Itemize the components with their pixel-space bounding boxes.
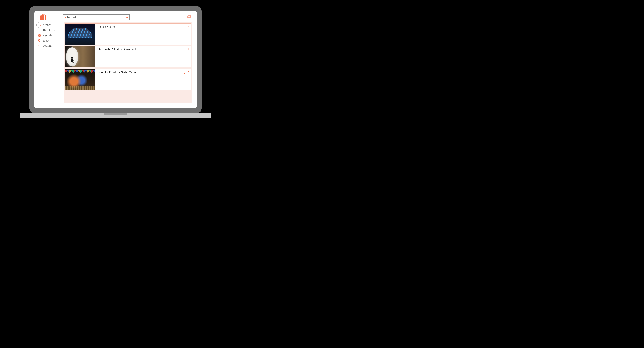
sidebar-item-map[interactable]: map bbox=[36, 38, 64, 43]
search-box[interactable]: ⌕ ↩ bbox=[63, 14, 130, 20]
svg-rect-3 bbox=[45, 15, 46, 20]
search-input[interactable] bbox=[67, 15, 124, 19]
bookmark-icon[interactable] bbox=[184, 70, 186, 73]
lantern-text: 二代目楽天地 bbox=[70, 55, 74, 58]
add-icon[interactable]: + bbox=[188, 70, 189, 73]
app-logo bbox=[40, 14, 58, 21]
add-icon[interactable]: + bbox=[188, 25, 189, 28]
svg-rect-8 bbox=[39, 35, 40, 36]
plane-icon: ✈ bbox=[38, 29, 42, 32]
content-area: ⌕ search ✈ flight info agenda bbox=[34, 22, 197, 108]
result-actions: + bbox=[184, 70, 189, 73]
search-icon: ⌕ bbox=[64, 16, 66, 18]
svg-rect-1 bbox=[40, 15, 42, 20]
result-body: Hakata Station bbox=[95, 23, 191, 45]
result-actions: + bbox=[184, 48, 189, 51]
enter-icon[interactable]: ↩ bbox=[126, 16, 128, 19]
search-icon: ⌕ bbox=[38, 24, 42, 26]
result-card[interactable]: 二代目楽天地 Motsunabe Nidaime Rakutenchi + bbox=[65, 46, 191, 67]
result-actions: + bbox=[184, 25, 189, 28]
result-thumbnail bbox=[65, 23, 95, 45]
add-icon[interactable]: + bbox=[188, 48, 189, 51]
bookmark-icon[interactable] bbox=[184, 48, 186, 51]
result-title: Fukuoka Freedom Night Market bbox=[97, 70, 189, 74]
header: ⌕ ↩ bbox=[34, 11, 197, 22]
sidebar: ⌕ search ✈ flight info agenda bbox=[36, 22, 64, 103]
sidebar-item-setting[interactable]: setting bbox=[36, 43, 64, 48]
sidebar-item-label: search bbox=[43, 23, 52, 27]
sidebar-item-label: agenda bbox=[43, 33, 52, 37]
sidebar-item-flight-info[interactable]: ✈ flight info bbox=[36, 28, 64, 33]
svg-rect-7 bbox=[39, 35, 40, 35]
sidebar-item-label: map bbox=[43, 38, 48, 42]
profile-icon[interactable] bbox=[187, 15, 192, 20]
lantern-graphic: 二代目楽天地 bbox=[66, 47, 78, 66]
sidebar-item-label: setting bbox=[43, 44, 52, 47]
svg-point-5 bbox=[188, 16, 190, 17]
app-window: ⌕ ↩ ⌕ search ✈ f bbox=[34, 11, 197, 108]
sidebar-item-agenda[interactable]: agenda bbox=[36, 33, 64, 38]
result-thumbnail: 二代目楽天地 bbox=[65, 46, 95, 67]
laptop-frame: ⌕ ↩ ⌕ search ✈ f bbox=[30, 6, 202, 113]
sidebar-item-label: flight info bbox=[43, 28, 56, 32]
results-panel: Hakata Station + 二代目楽天地 Motsunabe Nida bbox=[64, 22, 192, 103]
svg-rect-9 bbox=[39, 36, 40, 36]
svg-rect-0 bbox=[42, 14, 44, 15]
suitcase-icon bbox=[40, 14, 47, 21]
svg-point-10 bbox=[39, 40, 40, 41]
agenda-icon bbox=[38, 34, 42, 37]
map-pin-icon bbox=[38, 39, 42, 42]
result-body: Fukuoka Freedom Night Market bbox=[95, 69, 191, 90]
result-thumbnail bbox=[65, 69, 95, 90]
sidebar-item-search[interactable]: ⌕ search bbox=[36, 22, 64, 28]
result-card[interactable]: Hakata Station + bbox=[65, 23, 191, 45]
laptop-trackpad-notch bbox=[104, 113, 127, 115]
result-body: Motsunabe Nidaime Rakutenchi bbox=[95, 46, 191, 67]
result-card[interactable]: Fukuoka Freedom Night Market + bbox=[65, 69, 191, 90]
result-title: Motsunabe Nidaime Rakutenchi bbox=[97, 48, 189, 51]
svg-rect-2 bbox=[42, 15, 44, 20]
bookmark-icon[interactable] bbox=[184, 25, 186, 28]
result-title: Hakata Station bbox=[97, 25, 189, 29]
gear-icon bbox=[38, 44, 42, 47]
